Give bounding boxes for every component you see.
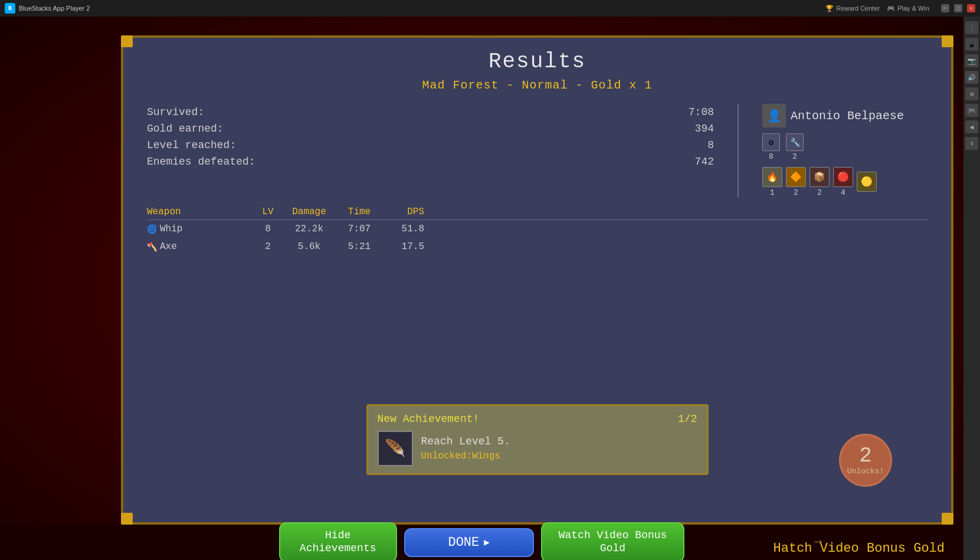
sidebar-icon-2[interactable]: 📱 — [965, 38, 978, 51]
results-title: Results — [123, 38, 951, 74]
item-count-3: 2 — [817, 188, 822, 197]
weapon-row-whip: 🌀 Whip 8 22.2k 7:07 51.8 — [147, 220, 927, 238]
minimize-btn[interactable]: ─ — [941, 4, 949, 12]
character-section: 👤 Antonio Belpaese ⚙ 8 🔧 2 🔥 1 — [762, 104, 927, 197]
done-label: DONE — [448, 535, 479, 550]
enemies-row: Enemies defeated: 742 — [147, 153, 714, 170]
unlocks-number: 2 — [859, 446, 872, 467]
enemies-label: Enemies defeated: — [147, 156, 255, 168]
window-controls: ─ □ ✕ — [941, 4, 975, 12]
item-icon-2: 🔶 — [786, 167, 806, 187]
axe-time: 5:21 — [336, 241, 383, 252]
achievement-page: 1/2 — [678, 413, 697, 425]
whip-lv: 8 — [253, 224, 283, 234]
hide-achievements-button[interactable]: HideAchievements — [279, 522, 397, 560]
item-icon-4: 🔴 — [833, 167, 853, 187]
achievement-body: 🪶 Reach Level 5. Unlocked:Wings — [378, 431, 697, 466]
gear-icon-2: 🔧 — [786, 133, 804, 151]
close-btn[interactable]: ✕ — [967, 4, 975, 12]
item-slot-4: 🔴 4 — [833, 167, 853, 197]
enemies-value: 742 — [695, 156, 714, 168]
reward-center-btn[interactable]: 🏆 Reward Center — [825, 5, 880, 12]
gear-count-1: 8 — [769, 152, 773, 161]
character-name: Antonio Belpaese — [791, 109, 904, 123]
done-arrow-icon: ▶ — [484, 536, 490, 548]
whip-damage: 22.2k — [283, 224, 336, 234]
survived-label: Survived: — [147, 106, 204, 118]
stats-section: Survived: 7:08 Gold earned: 394 Level re… — [123, 92, 951, 197]
character-name-row: 👤 Antonio Belpaese — [762, 104, 927, 127]
axe-name: Axe — [160, 241, 253, 252]
axe-icon: 🪓 — [147, 242, 160, 252]
corner-br — [942, 513, 953, 525]
item-slot-1: 🔥 1 — [762, 167, 782, 197]
results-subtitle: Mad Forest - Normal - Gold x 1 — [123, 74, 951, 92]
achievement-description: Reach Level 5. — [421, 435, 510, 447]
right-sidebar: ⋮ 📱 📷 🔊 ⚙ 🎮 ◀ ⬆ — [963, 17, 980, 560]
character-sprite: 👤 — [762, 104, 786, 127]
achievement-icon: 🪶 — [378, 431, 413, 466]
gear-item-2: 🔧 2 — [786, 133, 804, 161]
whip-dps: 51.8 — [383, 224, 424, 234]
whip-icon: 🌀 — [147, 224, 160, 234]
header-time: Time — [336, 207, 383, 217]
gear-item-1: ⚙ 8 — [762, 133, 780, 161]
corner-tr — [942, 35, 953, 47]
maximize-btn[interactable]: □ — [954, 4, 962, 12]
hatch-bonus-line1: Hatch Video Bonus Gold — [773, 541, 945, 556]
app-title: BlueStacks App Player 2 — [19, 5, 825, 12]
whip-name: Whip — [160, 224, 253, 234]
level-label: Level reached: — [147, 139, 236, 151]
done-button[interactable]: DONE ▶ — [404, 528, 534, 557]
sidebar-icon-7[interactable]: ◀ — [965, 120, 978, 133]
gold-value: 394 — [695, 123, 714, 135]
header-lv: LV — [253, 207, 283, 217]
gear-count-2: 2 — [792, 152, 797, 161]
item-count-2: 2 — [794, 188, 798, 197]
item-count-1: 1 — [770, 188, 775, 197]
item-slot-2: 🔶 2 — [786, 167, 806, 197]
header-dps: DPS — [383, 207, 424, 217]
weapon-row-axe: 🪓 Axe 2 5.6k 5:21 17.5 — [147, 238, 927, 256]
level-row: Level reached: 8 — [147, 137, 714, 153]
play-icon: 🎮 — [887, 5, 895, 12]
sidebar-icon-3[interactable]: 📷 — [965, 54, 978, 67]
app-logo: B — [5, 3, 15, 14]
sidebar-icon-5[interactable]: ⚙ — [965, 87, 978, 100]
titlebar-right: 🏆 Reward Center 🎮 Play & Win ─ □ ✕ — [825, 4, 975, 12]
sidebar-icon-8[interactable]: ⬆ — [965, 137, 978, 150]
game-window: Results Mad Forest - Normal - Gold x 1 S… — [121, 35, 953, 525]
corner-tl — [121, 35, 133, 47]
sidebar-icon-1[interactable]: ⋮ — [965, 21, 978, 34]
reward-icon: 🏆 — [825, 5, 834, 12]
hatch-video-bonus-text: Hatch Video Bonus Gold — [773, 541, 945, 560]
sidebar-icon-6[interactable]: 🎮 — [965, 104, 978, 117]
watch-video-button[interactable]: Watch Video BonusGold — [541, 522, 685, 560]
titlebar: B BlueStacks App Player 2 🏆 Reward Cente… — [0, 0, 980, 17]
items-row: 🔥 1 🔶 2 📦 2 🔴 4 🟡 — [762, 167, 927, 197]
item-slot-5: 🟡 — [857, 172, 877, 193]
item-slot-3: 📦 2 — [809, 167, 830, 197]
corner-bl — [121, 513, 133, 525]
achievement-header: New Achievement! 1/2 — [378, 413, 697, 425]
level-value: 8 — [707, 139, 714, 151]
gold-label: Gold earned: — [147, 123, 224, 135]
weapon-table: Weapon LV Damage Time DPS 🌀 Whip 8 22.2k… — [123, 197, 951, 256]
unlocks-badge: 2 Unlocks! — [839, 434, 892, 487]
stats-divider — [738, 104, 739, 197]
sidebar-icon-4[interactable]: 🔊 — [965, 71, 978, 84]
achievement-text: Reach Level 5. Unlocked:Wings — [421, 435, 510, 461]
whip-time: 7:07 — [336, 224, 383, 234]
item-icon-3: 📦 — [809, 167, 830, 187]
gear-row: ⚙ 8 🔧 2 — [762, 133, 927, 161]
gear-icon-1: ⚙ — [762, 133, 780, 151]
axe-dps: 17.5 — [383, 241, 424, 252]
play-win-btn[interactable]: 🎮 Play & Win — [887, 5, 929, 12]
axe-lv: 2 — [253, 241, 283, 252]
item-count-4: 4 — [841, 188, 845, 197]
header-damage: Damage — [283, 207, 336, 217]
weapon-header: Weapon LV Damage Time DPS — [147, 207, 927, 220]
unlocks-text: Unlocks! — [847, 467, 884, 476]
achievement-unlock: Unlocked:Wings — [421, 451, 510, 461]
stats-left: Survived: 7:08 Gold earned: 394 Level re… — [147, 104, 714, 197]
